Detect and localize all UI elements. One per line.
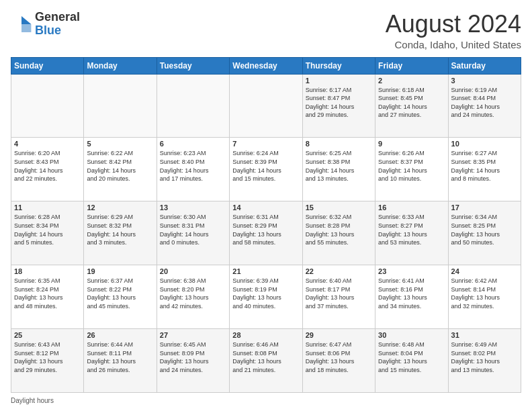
day-info: Sunrise: 6:22 AMSunset: 8:42 PMDaylight:… — [87, 149, 153, 183]
col-thursday: Thursday — [302, 57, 375, 74]
day-number: 15 — [306, 203, 372, 212]
day-info: Sunrise: 6:24 AMSunset: 8:39 PMDaylight:… — [232, 149, 299, 183]
calendar-cell — [11, 74, 84, 138]
calendar-cell: 30Sunrise: 6:48 AMSunset: 8:04 PMDayligh… — [375, 329, 448, 393]
svg-marker-1 — [21, 16, 31, 24]
calendar-cell: 25Sunrise: 6:43 AMSunset: 8:12 PMDayligh… — [11, 329, 84, 393]
day-number: 2 — [378, 77, 445, 85]
calendar-cell: 27Sunrise: 6:45 AMSunset: 8:09 PMDayligh… — [157, 329, 229, 393]
day-info: Sunrise: 6:44 AMSunset: 8:11 PMDaylight:… — [87, 340, 153, 374]
calendar-cell: 8Sunrise: 6:25 AMSunset: 8:38 PMDaylight… — [302, 138, 375, 201]
day-info: Sunrise: 6:37 AMSunset: 8:22 PMDaylight:… — [87, 277, 153, 310]
day-info: Sunrise: 6:43 AMSunset: 8:12 PMDaylight:… — [14, 340, 81, 374]
calendar-cell: 21Sunrise: 6:39 AMSunset: 8:19 PMDayligh… — [230, 265, 302, 329]
calendar-cell: 9Sunrise: 6:26 AMSunset: 8:37 PMDaylight… — [375, 138, 448, 201]
calendar-week-1: 1Sunrise: 6:17 AMSunset: 8:47 PMDaylight… — [11, 74, 521, 138]
day-number: 8 — [306, 140, 372, 148]
header-row: Sunday Monday Tuesday Wednesday Thursday… — [11, 57, 521, 74]
day-info: Sunrise: 6:23 AMSunset: 8:40 PMDaylight:… — [160, 149, 226, 183]
col-sunday: Sunday — [11, 57, 84, 74]
calendar-cell: 12Sunrise: 6:29 AMSunset: 8:32 PMDayligh… — [84, 201, 157, 265]
calendar-table: Sunday Monday Tuesday Wednesday Thursday… — [11, 57, 521, 393]
day-number: 16 — [378, 203, 445, 212]
day-info: Sunrise: 6:46 AMSunset: 8:08 PMDaylight:… — [232, 340, 299, 374]
calendar-cell: 22Sunrise: 6:40 AMSunset: 8:17 PMDayligh… — [302, 265, 375, 329]
day-info: Sunrise: 6:48 AMSunset: 8:04 PMDaylight:… — [378, 340, 445, 374]
footer: Daylight hours — [11, 397, 521, 404]
day-number: 18 — [14, 267, 81, 275]
day-info: Sunrise: 6:45 AMSunset: 8:09 PMDaylight:… — [160, 340, 226, 374]
day-number: 3 — [451, 77, 518, 85]
day-info: Sunrise: 6:40 AMSunset: 8:17 PMDaylight:… — [306, 277, 372, 310]
calendar-cell — [230, 74, 302, 138]
day-number: 26 — [87, 331, 153, 339]
calendar-cell — [84, 74, 157, 138]
logo-icon — [11, 13, 32, 35]
calendar-cell: 31Sunrise: 6:49 AMSunset: 8:02 PMDayligh… — [448, 329, 521, 393]
day-number: 4 — [14, 140, 81, 148]
day-number: 30 — [378, 331, 445, 339]
calendar-cell: 20Sunrise: 6:38 AMSunset: 8:20 PMDayligh… — [157, 265, 229, 329]
day-info: Sunrise: 6:35 AMSunset: 8:24 PMDaylight:… — [14, 277, 81, 310]
day-number: 5 — [87, 140, 153, 148]
day-info: Sunrise: 6:30 AMSunset: 8:31 PMDaylight:… — [160, 213, 226, 246]
day-number: 25 — [14, 331, 81, 339]
calendar-cell: 1Sunrise: 6:17 AMSunset: 8:47 PMDaylight… — [302, 74, 375, 138]
day-info: Sunrise: 6:29 AMSunset: 8:32 PMDaylight:… — [87, 213, 153, 246]
logo-general: General — [35, 10, 80, 24]
day-number: 31 — [451, 331, 518, 339]
col-monday: Monday — [84, 57, 157, 74]
day-number: 22 — [306, 267, 372, 275]
footer-text: Daylight hours — [11, 397, 54, 404]
calendar-cell: 17Sunrise: 6:34 AMSunset: 8:25 PMDayligh… — [448, 201, 521, 265]
calendar-body: 1Sunrise: 6:17 AMSunset: 8:47 PMDaylight… — [11, 74, 521, 392]
calendar-cell: 16Sunrise: 6:33 AMSunset: 8:27 PMDayligh… — [375, 201, 448, 265]
col-saturday: Saturday — [448, 57, 521, 74]
day-number: 24 — [451, 267, 518, 275]
day-info: Sunrise: 6:20 AMSunset: 8:43 PMDaylight:… — [14, 149, 81, 183]
day-number: 20 — [160, 267, 226, 275]
day-info: Sunrise: 6:34 AMSunset: 8:25 PMDaylight:… — [451, 213, 518, 246]
col-friday: Friday — [375, 57, 448, 74]
calendar-cell: 5Sunrise: 6:22 AMSunset: 8:42 PMDaylight… — [84, 138, 157, 201]
day-number: 9 — [378, 140, 445, 148]
day-info: Sunrise: 6:26 AMSunset: 8:37 PMDaylight:… — [378, 149, 445, 183]
calendar-week-5: 25Sunrise: 6:43 AMSunset: 8:12 PMDayligh… — [11, 329, 521, 393]
calendar-cell: 11Sunrise: 6:28 AMSunset: 8:34 PMDayligh… — [11, 201, 84, 265]
calendar-week-3: 11Sunrise: 6:28 AMSunset: 8:34 PMDayligh… — [11, 201, 521, 265]
calendar-cell: 10Sunrise: 6:27 AMSunset: 8:35 PMDayligh… — [448, 138, 521, 201]
day-number: 21 — [232, 267, 299, 275]
day-info: Sunrise: 6:19 AMSunset: 8:44 PMDaylight:… — [451, 86, 518, 120]
calendar-cell: 18Sunrise: 6:35 AMSunset: 8:24 PMDayligh… — [11, 265, 84, 329]
day-info: Sunrise: 6:41 AMSunset: 8:16 PMDaylight:… — [378, 277, 445, 310]
day-number: 6 — [160, 140, 226, 148]
calendar-cell: 19Sunrise: 6:37 AMSunset: 8:22 PMDayligh… — [84, 265, 157, 329]
day-number: 13 — [160, 203, 226, 212]
day-number: 11 — [14, 203, 81, 212]
day-number: 12 — [87, 203, 153, 212]
col-wednesday: Wednesday — [230, 57, 302, 74]
logo-text: General Blue — [35, 11, 80, 38]
calendar-cell: 13Sunrise: 6:30 AMSunset: 8:31 PMDayligh… — [157, 201, 229, 265]
day-info: Sunrise: 6:27 AMSunset: 8:35 PMDaylight:… — [451, 149, 518, 183]
calendar-cell: 3Sunrise: 6:19 AMSunset: 8:44 PMDaylight… — [448, 74, 521, 138]
calendar-cell: 6Sunrise: 6:23 AMSunset: 8:40 PMDaylight… — [157, 138, 229, 201]
day-info: Sunrise: 6:32 AMSunset: 8:28 PMDaylight:… — [306, 213, 372, 246]
day-info: Sunrise: 6:25 AMSunset: 8:38 PMDaylight:… — [306, 149, 372, 183]
day-info: Sunrise: 6:31 AMSunset: 8:29 PMDaylight:… — [232, 213, 299, 246]
calendar-cell: 15Sunrise: 6:32 AMSunset: 8:28 PMDayligh… — [302, 201, 375, 265]
calendar-cell: 7Sunrise: 6:24 AMSunset: 8:39 PMDaylight… — [230, 138, 302, 201]
day-number: 19 — [87, 267, 153, 275]
title-block: August 2024 Conda, Idaho, United States — [386, 11, 521, 50]
calendar-cell: 24Sunrise: 6:42 AMSunset: 8:14 PMDayligh… — [448, 265, 521, 329]
logo: General Blue — [11, 11, 80, 38]
calendar-header: Sunday Monday Tuesday Wednesday Thursday… — [11, 57, 521, 74]
main-title: August 2024 — [386, 11, 521, 38]
day-number: 14 — [232, 203, 299, 212]
day-info: Sunrise: 6:18 AMSunset: 8:45 PMDaylight:… — [378, 86, 445, 120]
calendar-cell: 14Sunrise: 6:31 AMSunset: 8:29 PMDayligh… — [230, 201, 302, 265]
day-number: 17 — [451, 203, 518, 212]
day-number: 7 — [232, 140, 299, 148]
day-number: 10 — [451, 140, 518, 148]
day-info: Sunrise: 6:42 AMSunset: 8:14 PMDaylight:… — [451, 277, 518, 310]
